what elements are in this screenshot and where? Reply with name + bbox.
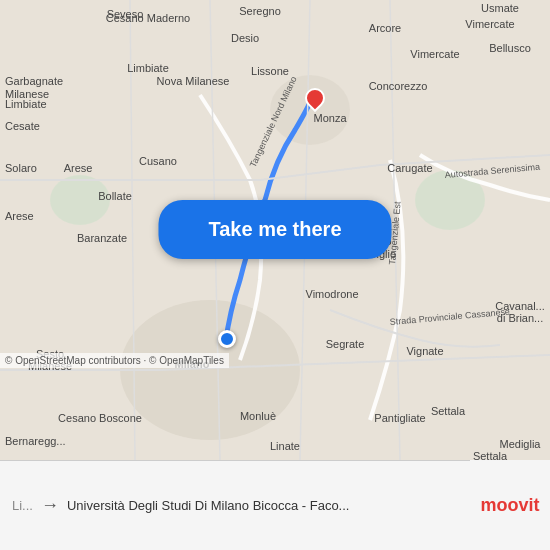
- origin-pin: [218, 330, 236, 348]
- svg-text:Carugate: Carugate: [387, 162, 432, 174]
- svg-text:Limbiate: Limbiate: [127, 62, 169, 74]
- arrow-icon: →: [41, 495, 59, 516]
- svg-text:Seregno: Seregno: [239, 5, 281, 17]
- svg-text:Usmate: Usmate: [481, 2, 519, 14]
- svg-text:di Brian...: di Brian...: [497, 312, 543, 324]
- svg-text:Cusano: Cusano: [139, 155, 177, 167]
- svg-text:Milanese: Milanese: [5, 88, 49, 100]
- take-me-there-button[interactable]: Take me there: [158, 200, 391, 259]
- svg-text:Mediglia: Mediglia: [500, 438, 542, 450]
- svg-text:Settala: Settala: [431, 405, 466, 417]
- svg-text:Cesano Boscone: Cesano Boscone: [58, 412, 142, 424]
- svg-text:Vignate: Vignate: [406, 345, 443, 357]
- svg-text:Cesate: Cesate: [5, 120, 40, 132]
- svg-text:Solaro: Solaro: [5, 162, 37, 174]
- svg-text:Arese: Arese: [5, 210, 34, 222]
- svg-text:Bollate: Bollate: [98, 190, 132, 202]
- svg-text:Garbagnate: Garbagnate: [5, 75, 63, 87]
- svg-text:Seveso: Seveso: [107, 8, 144, 20]
- route-destination: Università Degli Studi Di Milano Bicocca…: [67, 498, 538, 513]
- bottom-bar: Li... → Università Degli Studi Di Milano…: [0, 460, 550, 550]
- svg-text:Desio: Desio: [231, 32, 259, 44]
- svg-text:Bernaregg...: Bernaregg...: [5, 435, 66, 447]
- route-info: Università Degli Studi Di Milano Bicocca…: [67, 498, 538, 513]
- moovit-logo: moovit: [470, 460, 550, 550]
- svg-text:Cavanal...: Cavanal...: [495, 300, 545, 312]
- svg-text:Vimercate: Vimercate: [410, 48, 459, 60]
- svg-text:Arese: Arese: [64, 162, 93, 174]
- moovit-text: moovit: [480, 495, 539, 516]
- svg-text:Vimodrone: Vimodrone: [306, 288, 359, 300]
- svg-text:Baranzate: Baranzate: [77, 232, 127, 244]
- svg-text:Lissone: Lissone: [251, 65, 289, 77]
- svg-text:Arcore: Arcore: [369, 22, 401, 34]
- map-attribution: © OpenStreetMap contributors · © OpenMap…: [0, 353, 229, 368]
- svg-text:Vimercate: Vimercate: [465, 18, 514, 30]
- svg-text:Concorezzo: Concorezzo: [369, 80, 428, 92]
- from-label: Li...: [12, 498, 33, 513]
- svg-text:Segrate: Segrate: [326, 338, 365, 350]
- svg-text:Monza: Monza: [313, 112, 347, 124]
- svg-text:Linate: Linate: [270, 440, 300, 452]
- svg-text:Monluè: Monluè: [240, 410, 276, 422]
- map-container: Tangenziale Nord Milano Tangenziale Est …: [0, 0, 550, 460]
- svg-text:Nova Milanese: Nova Milanese: [157, 75, 230, 87]
- svg-text:Pantigliate: Pantigliate: [374, 412, 425, 424]
- svg-text:Settala: Settala: [473, 450, 508, 460]
- svg-text:Bellusco: Bellusco: [489, 42, 531, 54]
